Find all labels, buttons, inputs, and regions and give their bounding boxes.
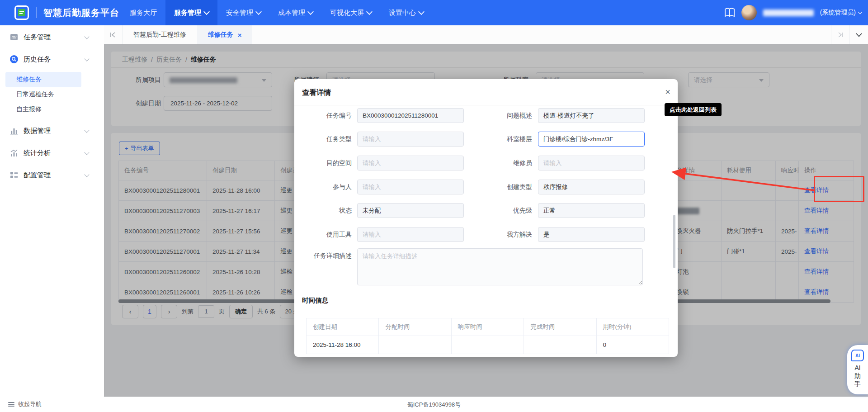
ai-label: 手 (854, 380, 861, 388)
user-role[interactable]: (系统管理员) (820, 9, 862, 17)
divider (294, 105, 678, 105)
nav-item-settings-center[interactable]: 设置中心 (380, 0, 432, 25)
return-to-list-tooltip: 点击此处返回列表 (665, 103, 722, 116)
footer: 蜀ICP备19034998号 (0, 397, 868, 412)
task-id-label: 任务编号 (297, 108, 352, 123)
nav-item-label: 可视化大屏 (330, 9, 364, 17)
sidebar-group-history-tasks[interactable]: 历史任务 (0, 51, 104, 67)
tooltip-text: 点击此处返回列表 (670, 106, 717, 114)
nav-item-security-mgmt[interactable]: 安全管理 (217, 0, 269, 25)
collapse-nav-button[interactable]: 收起导航 (0, 397, 104, 412)
user-name-redacted (763, 9, 814, 16)
resolved-by-us-label: 我方解决 (478, 227, 532, 242)
top-nav: 智慧后勤服务平台 服务大厅 服务管理 安全管理 成本管理 可视化大屏 (0, 0, 868, 25)
nav-item-label: 服务管理 (174, 9, 201, 17)
sidebar-group-statistics[interactable]: 统计分析 (0, 145, 104, 161)
tasks-icon (10, 33, 18, 41)
sidebar-item-repair-tasks[interactable]: 维修任务 (5, 72, 81, 87)
ai-icon: AI (851, 350, 864, 361)
participants-label: 参与人 (297, 180, 352, 194)
nav-item-service-hall[interactable]: 服务大厅 (121, 0, 165, 25)
tab-repair-tasks[interactable]: 维修任务 × (197, 25, 253, 44)
sidebar-group-data-mgmt[interactable]: 数据管理 (0, 123, 104, 139)
tools-label: 使用工具 (297, 227, 352, 242)
collapse-nav-icon (8, 401, 14, 407)
sidebar-group-label: 统计分析 (24, 149, 51, 157)
close-icon[interactable]: × (661, 85, 674, 98)
app-logo-icon (14, 5, 29, 20)
status-label: 状态 (297, 203, 352, 218)
modal-title: 查看详情 (302, 88, 331, 98)
dept-floor-input[interactable] (538, 132, 645, 147)
nav-item-dashboard[interactable]: 可视化大屏 (321, 0, 380, 25)
problem-summary-label: 问题概述 (478, 108, 532, 123)
task-type-input[interactable] (357, 132, 464, 147)
chevron-down-icon (84, 34, 89, 39)
create-type-input[interactable] (538, 180, 645, 194)
app-title: 智慧后勤服务平台 (43, 7, 119, 19)
repairman-input[interactable] (538, 156, 645, 170)
collapse-nav-label: 收起导航 (18, 400, 42, 408)
tab-bar: 智慧后勤-工程维修 维修任务 × (104, 25, 868, 45)
modal-scrollbar[interactable] (673, 215, 675, 268)
sidebar-item-self-report[interactable]: 自主报修 (5, 102, 81, 117)
nav-item-label: 安全管理 (226, 9, 253, 17)
tools-input[interactable] (357, 227, 464, 242)
sidebar-item-label: 自主报修 (16, 105, 42, 114)
status-input[interactable] (357, 203, 464, 218)
screen: 智慧后勤服务平台 服务大厅 服务管理 安全管理 成本管理 可视化大屏 (0, 0, 868, 412)
sidebar-group-label: 历史任务 (24, 55, 51, 64)
task-description-label: 任务详细描述 (297, 248, 352, 263)
tab-label: 维修任务 (208, 31, 233, 39)
nav-divider (36, 7, 37, 18)
nav-item-label: 设置中心 (389, 9, 416, 17)
view-details-modal: 查看详情 × 任务编号 任务类型 目的空间 参与人 状态 使用工具 问题概述 科… (294, 79, 678, 357)
priority-input[interactable] (538, 203, 645, 218)
main-nav-menu: 服务大厅 服务管理 安全管理 成本管理 可视化大屏 设置中心 (121, 0, 432, 25)
sidebar-item-label: 维修任务 (16, 76, 42, 84)
ai-label: AI (854, 364, 860, 372)
sidebar-group-task-mgmt[interactable]: 任务管理 (0, 29, 104, 45)
tabs-menu-chevron-icon[interactable] (849, 25, 868, 44)
target-space-input[interactable] (357, 156, 464, 170)
time-table-header-row: 创建日期 分配时间 响应时间 完成时间 用时(分钟) (307, 318, 669, 336)
create-type-label: 创建类型 (478, 180, 532, 194)
tab-label: 智慧后勤-工程维修 (133, 31, 186, 39)
problem-summary-input[interactable] (538, 108, 645, 123)
sidebar-item-daily-inspection[interactable]: 日常巡检任务 (5, 87, 81, 102)
chevron-down-icon (84, 172, 89, 177)
chevron-down-icon (203, 9, 210, 15)
sidebar-group-config-mgmt[interactable]: 配置管理 (0, 167, 104, 183)
chevron-down-icon (366, 9, 373, 15)
ai-assistant-button[interactable]: AI AI 助 手 (847, 345, 868, 394)
close-icon[interactable]: × (238, 31, 242, 39)
trend-chart-icon (10, 149, 18, 157)
time-info-table: 创建日期 分配时间 响应时间 完成时间 用时(分钟) 2025-11-28 16… (306, 318, 669, 354)
tab-engineering-repair[interactable]: 智慧后勤-工程维修 (123, 25, 197, 44)
repairman-label: 维修员 (478, 156, 532, 170)
history-search-icon (10, 55, 18, 63)
sidebar-group-label: 数据管理 (24, 127, 51, 135)
task-description-textarea[interactable] (357, 248, 643, 285)
chevron-down-icon (84, 150, 89, 155)
nav-item-service-mgmt[interactable]: 服务管理 (165, 0, 217, 25)
nav-item-cost-mgmt[interactable]: 成本管理 (269, 0, 321, 25)
user-avatar[interactable] (741, 5, 757, 20)
handbook-icon[interactable] (724, 8, 735, 18)
task-id-input[interactable] (357, 108, 464, 123)
sidebar-group-label: 任务管理 (24, 33, 51, 42)
tabs-scroll-left-icon[interactable] (104, 25, 123, 44)
user-role-label: (系统管理员) (820, 9, 856, 17)
nav-item-label: 服务大厅 (130, 9, 157, 17)
tabs-scroll-right-icon[interactable] (831, 25, 849, 44)
sidebar-group-label: 配置管理 (24, 171, 51, 180)
dept-floor-label: 科室楼层 (478, 132, 532, 147)
chevron-down-icon (418, 9, 425, 15)
chevron-down-icon (84, 128, 89, 133)
time-info-section-title: 时间信息 (302, 296, 328, 305)
sidebar-item-label: 日常巡检任务 (16, 90, 54, 99)
task-type-label: 任务类型 (297, 132, 352, 147)
resolved-by-us-input[interactable] (538, 227, 645, 242)
time-table-row: 2025-11-28 16:00 0 (307, 336, 669, 354)
participants-input[interactable] (357, 180, 464, 194)
